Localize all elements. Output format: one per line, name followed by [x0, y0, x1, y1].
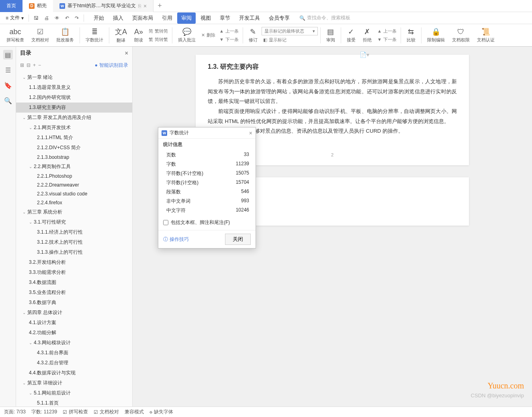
status-spell[interactable]: ☑拼写检查 [63, 409, 88, 415]
toc-item[interactable]: ⌄第一章 绪论 [16, 72, 132, 82]
toc-collapse[interactable]: ⊟ [27, 62, 31, 68]
toc-item[interactable]: ⌄第三章 系统分析 [16, 207, 132, 217]
toc-item[interactable]: 3.5.业务流程分析 [16, 288, 132, 298]
toc-item[interactable]: 4.4.数据库设计与实现 [16, 368, 132, 378]
ribbon-doccert[interactable]: 📜文档认证 [474, 26, 498, 45]
ribbon-simp-to-trad[interactable]: 繁简转繁 [147, 36, 170, 43]
rail-search[interactable]: 🔍 [3, 96, 13, 105]
toc-item[interactable]: 3.4.数据流图 [16, 277, 132, 288]
ribbon-prev-change[interactable]: ▲上一条 [376, 27, 398, 35]
toc-item[interactable]: 3.1.3.操作上的可行性 [16, 247, 132, 257]
toc-item[interactable]: 4.2.功能分解 [16, 328, 132, 338]
toc-item[interactable]: 3.1.2.技术上的可行性 [16, 237, 132, 247]
qa-undo[interactable]: ↶ [63, 14, 72, 23]
rail-bookmark[interactable]: 🔖 [3, 80, 13, 90]
menu-view[interactable]: 视图 [196, 12, 215, 24]
toc-item[interactable]: 5.1.1.首页 [16, 398, 132, 407]
menu-start[interactable]: 开始 [90, 12, 108, 24]
toc-item[interactable]: 1.1.选题背景及意义 [16, 82, 132, 92]
ribbon-next-change[interactable]: ▼下一条 [376, 36, 398, 43]
toc-item[interactable]: 3.3.功能需求分析 [16, 267, 132, 277]
toc-item[interactable]: 2.2.4.firefox [16, 198, 132, 207]
ribbon-compare[interactable]: ⇆比较 [403, 26, 419, 45]
ribbon-next-comment[interactable]: ▼下一条 [218, 36, 240, 43]
toc-item[interactable]: 2.1.3.bootstrap [16, 153, 132, 162]
ribbon-trad-to-simp[interactable]: 简繁转简 [147, 27, 170, 35]
toc-item[interactable]: 2.1.2.DIV+CSS 简介 [16, 143, 132, 153]
page-action-icon[interactable]: 📄▾ [360, 51, 369, 58]
toc-item[interactable]: 4.3.2.后台管理 [16, 358, 132, 368]
tab-document[interactable]: W 基于html的苏…与实现 毕业论文 ⎘ × [53, 0, 153, 12]
qa-print[interactable]: 🖨 [42, 14, 51, 23]
ribbon-wordcount[interactable]: ≣字数统计 [82, 26, 106, 45]
toc-list[interactable]: ⌄第一章 绪论1.1.选题背景及意义1.2.国内外研究现状1.3.研究主要内容⌄… [16, 71, 132, 407]
status-check[interactable]: ☑文档校对 [94, 409, 119, 415]
dialog-titlebar[interactable]: W 字数统计 × [158, 127, 256, 139]
ribbon-spellcheck[interactable]: abc拼写检查 [3, 26, 27, 45]
toc-minus[interactable]: − [38, 62, 41, 68]
ribbon-reject[interactable]: ✗拒绝 [360, 26, 375, 45]
menu-insert[interactable]: 插入 [109, 12, 127, 24]
ribbon-restrict[interactable]: 🔒限制编辑 [424, 26, 448, 45]
status-compat[interactable]: 兼容模式 [125, 409, 144, 415]
ribbon-review-pane[interactable]: ▤审阅 [323, 26, 338, 45]
menu-review[interactable]: 审阅 [177, 12, 196, 24]
menu-ref[interactable]: 引用 [158, 12, 176, 24]
tab-add[interactable]: + [153, 2, 166, 10]
toc-plus[interactable]: + [33, 62, 36, 68]
qa-preview[interactable]: 👁 [52, 14, 62, 23]
ribbon-insert-comment[interactable]: 💬插入批注 [175, 26, 199, 45]
toc-item[interactable]: ⌄第五章 详细设计 [16, 378, 132, 388]
qa-redo[interactable]: ↷ [72, 14, 81, 23]
status-font[interactable]: ⎆缺失字体 [149, 409, 173, 415]
include-checkbox[interactable] [163, 220, 168, 225]
toc-expand[interactable]: ⊞ [20, 62, 24, 68]
toc-item[interactable]: 1.3.研究主要内容 [16, 103, 132, 113]
toc-smart-detect[interactable]: ● 智能识别目录 [95, 62, 128, 69]
ribbon-batch[interactable]: 📋批改服务 [53, 26, 77, 45]
ribbon-delete-comment[interactable]: ✕删除 [200, 31, 217, 39]
toc-item[interactable]: 4.1.设计方案 [16, 318, 132, 328]
dialog-tips-link[interactable]: ⓘ 操作技巧 [163, 236, 189, 243]
toc-item[interactable]: ⌄5.1.网站前后设计 [16, 388, 132, 398]
ribbon-markup-dropdown[interactable]: 显示标记的最终状态▾ [262, 27, 318, 35]
rail-toc[interactable]: ▤ [3, 50, 13, 60]
toc-item[interactable]: ⌄2.2.网页制作工具 [16, 162, 132, 172]
rail-outline[interactable]: ☰ [3, 65, 13, 75]
toc-item[interactable]: ⌄第四章 总体设计 [16, 308, 132, 318]
tab-shell[interactable]: D 稻壳 [23, 0, 53, 12]
ribbon-doccheck[interactable]: ☑文档校对 [28, 26, 52, 45]
menu-chapter[interactable]: 章节 [216, 12, 234, 24]
status-words[interactable]: 字数: 11239 [31, 409, 57, 415]
dialog-close-button[interactable]: 关闭 [225, 234, 251, 245]
file-menu[interactable]: ≡ 文件 ▾ [3, 13, 26, 23]
toc-item[interactable]: ⌄2.1.网页开发技术 [16, 123, 132, 133]
menu-vip[interactable]: 会员专享 [265, 12, 294, 24]
ribbon-prev-comment[interactable]: ▲上一条 [218, 27, 240, 35]
toc-item[interactable]: 2.2.1.Photoshop [16, 172, 132, 181]
menu-layout[interactable]: 页面布局 [128, 12, 157, 24]
menu-dev[interactable]: 开发工具 [235, 12, 264, 24]
toc-item[interactable]: 3.2.开发结构分析 [16, 257, 132, 267]
status-page[interactable]: 页面: 7/33 [4, 409, 26, 415]
toc-item[interactable]: ⌄4.3.网站模块设计 [16, 338, 132, 348]
dialog-close[interactable]: × [249, 130, 252, 136]
tab-home[interactable]: 首页 [0, 0, 23, 12]
command-search[interactable]: 🔍 查找命令、搜索模板 [299, 14, 350, 21]
ribbon-accept[interactable]: ✓接受 [344, 26, 359, 45]
tab-close[interactable]: × [143, 3, 147, 9]
toc-item[interactable]: 2.1.1.HTML 简介 [16, 133, 132, 143]
toc-item[interactable]: 4.3.1.前台界面 [16, 348, 132, 358]
toc-item[interactable]: 1.2.国内外研究现状 [16, 92, 132, 103]
ribbon-show-markup[interactable]: ◧显示标记 [262, 36, 318, 44]
toc-item[interactable]: 2.2.3.visual studio code [16, 189, 132, 198]
ribbon-read[interactable]: A»朗读 [131, 26, 146, 45]
dialog-checkbox-row[interactable]: 包括文本框、脚注和尾注(F) [158, 215, 256, 230]
toc-item[interactable]: 3.6.数据字典 [16, 298, 132, 308]
toc-item[interactable]: ⌄3.1.可行性研究 [16, 217, 132, 227]
ribbon-revise[interactable]: ✎修订 [246, 26, 261, 45]
ribbon-docperm[interactable]: 🛡文档权限 [449, 26, 473, 45]
toc-item[interactable]: ⌄第二章 开发工具的选用及介绍 [16, 113, 132, 123]
qa-save[interactable]: 🖫 [31, 14, 41, 23]
toc-close[interactable]: × [125, 50, 128, 56]
